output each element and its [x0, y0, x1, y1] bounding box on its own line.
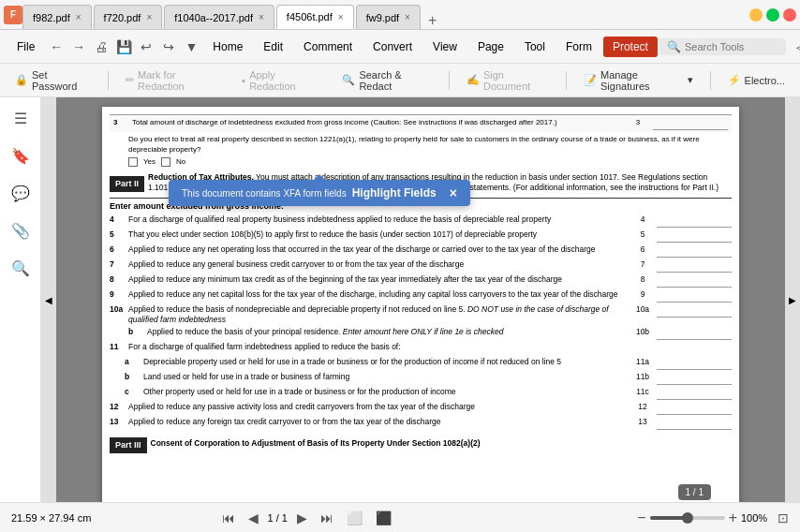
row-12-field[interactable]: [657, 402, 732, 415]
menu-edit[interactable]: Edit: [254, 37, 292, 57]
tab-label: f1040a--2017.pdf: [174, 12, 253, 23]
apply-icon: ▪: [242, 75, 245, 86]
popup-close-button[interactable]: ×: [450, 185, 457, 200]
tab-close-f4506t[interactable]: ×: [338, 12, 344, 22]
menu-form[interactable]: Form: [556, 37, 601, 57]
menu-convert[interactable]: Convert: [363, 37, 422, 57]
manage-signatures-button[interactable]: 📝 Manage Signatures ▾: [576, 66, 701, 96]
toolbar-redo[interactable]: ↪: [158, 37, 179, 57]
tab-f982[interactable]: f982.pdf ×: [22, 5, 92, 29]
row-11b-field[interactable]: [657, 372, 732, 385]
single-page-view-button[interactable]: ⊡: [778, 510, 789, 525]
row-5-label: 5: [629, 229, 657, 241]
dropdown-arrow-icon: ▾: [688, 74, 693, 86]
zoom-in-button[interactable]: +: [729, 510, 737, 526]
zoom-slider[interactable]: [650, 516, 725, 520]
tab-close-f982[interactable]: ×: [76, 12, 81, 22]
pages-icon[interactable]: ☰: [7, 105, 34, 131]
row-13-field[interactable]: [657, 417, 732, 430]
prev-page-button[interactable]: ◀: [244, 510, 262, 525]
document-scroll[interactable]: This document contains XFA form fields H…: [56, 97, 785, 502]
mark-redaction-button[interactable]: ✏ Mark for Redaction: [118, 66, 227, 96]
highlight-fields-label: Highlight Fields: [352, 186, 437, 200]
row-11a: a Depreciable property used or held for …: [110, 357, 732, 370]
row-11c-field[interactable]: [657, 387, 732, 400]
app-logo-area: F: [4, 6, 22, 24]
set-password-button[interactable]: 🔒 Set Password: [7, 66, 98, 96]
row-10a-num: 10a: [110, 304, 128, 316]
toolbar-back[interactable]: ←: [46, 37, 67, 57]
maximize-button[interactable]: [766, 8, 779, 22]
row-4-field[interactable]: [657, 214, 732, 228]
attachments-icon[interactable]: 📎: [7, 217, 34, 244]
new-tab-button[interactable]: +: [422, 12, 442, 29]
row-9-field[interactable]: [657, 289, 732, 303]
next-page-button[interactable]: ▶: [293, 510, 311, 525]
search-input[interactable]: [685, 41, 778, 52]
toolbar-undo[interactable]: ↩: [136, 37, 156, 57]
comments-icon[interactable]: 💬: [7, 180, 34, 206]
toolbar-dropdown[interactable]: ▼: [181, 37, 201, 57]
document-area: ◀ This document contains XFA form fields…: [41, 97, 800, 502]
menu-comment[interactable]: Comment: [294, 37, 362, 57]
row-10a-field[interactable]: [657, 304, 732, 318]
tab-f720[interactable]: f720.pdf ×: [94, 5, 163, 29]
yes-checkbox[interactable]: [128, 157, 138, 167]
tab-close-fw9[interactable]: ×: [405, 12, 410, 22]
page-size-label: 21.59 × 27.94 cm: [11, 512, 91, 524]
current-page: 1: [268, 512, 274, 524]
row-11b-num: b: [125, 372, 143, 383]
row-11a-field[interactable]: [657, 357, 732, 370]
row-7-label: 7: [629, 259, 657, 271]
menu-file[interactable]: File: [7, 37, 44, 57]
toolbar-print[interactable]: 🖨: [91, 37, 111, 57]
fit-width-button[interactable]: ⬜: [343, 510, 366, 525]
row-5-field[interactable]: [657, 229, 732, 243]
menu-home-label[interactable]: Home: [203, 37, 252, 57]
menu-search-area[interactable]: 🔍: [659, 38, 786, 55]
menu-tool[interactable]: Tool: [515, 37, 555, 57]
nav-back-btn[interactable]: ◁: [792, 37, 800, 57]
toolbar-save[interactable]: 💾: [113, 37, 134, 57]
tab-close-f1040a[interactable]: ×: [259, 12, 264, 22]
search-redact-button[interactable]: 🔍 Search & Redact: [334, 66, 439, 96]
close-button[interactable]: [783, 8, 796, 22]
row-6-field[interactable]: [657, 244, 732, 258]
zoom-out-button[interactable]: −: [637, 510, 645, 526]
fit-page-button[interactable]: ⬛: [372, 510, 395, 525]
apply-redaction-button[interactable]: ▪ Apply Redaction: [234, 66, 327, 96]
tab-f4506t[interactable]: f4506t.pdf ×: [276, 5, 354, 29]
zoom-slider-thumb[interactable]: [682, 512, 693, 524]
no-checkbox[interactable]: [161, 157, 170, 167]
row-10a-text: Applied to reduce the basis of nondeprec…: [128, 304, 629, 325]
bookmark-icon[interactable]: 🔖: [7, 142, 34, 169]
tabs-area: f982.pdf × f720.pdf × f1040a--2017.pdf ×…: [22, 0, 742, 29]
row-10b-field[interactable]: [657, 327, 732, 340]
row-11c-label: 11c: [629, 387, 657, 398]
search-redact-label: Search & Redact: [359, 69, 432, 92]
status-bar: 21.59 × 27.94 cm ⏮ ◀ 1 / 1 ▶ ⏭ ⬜ ⬛ − + 1…: [0, 502, 800, 532]
last-page-button[interactable]: ⏭: [317, 510, 337, 525]
toolbar-separator-1: [108, 71, 109, 90]
row-3-field[interactable]: [653, 117, 728, 130]
tab-close-f720[interactable]: ×: [146, 12, 152, 22]
menu-protect[interactable]: Protect: [603, 37, 658, 57]
sign-document-button[interactable]: ✍ Sign Document: [459, 66, 556, 96]
menu-view[interactable]: View: [423, 37, 467, 57]
search-panel-icon[interactable]: 🔍: [7, 255, 34, 281]
row-10a-label: 10a: [629, 304, 657, 316]
first-page-button[interactable]: ⏮: [218, 510, 239, 525]
menu-page[interactable]: Page: [468, 37, 513, 57]
toolbar-forward[interactable]: →: [68, 37, 89, 57]
electro-button[interactable]: ⚡ Electro...: [720, 70, 793, 90]
row-8-field[interactable]: [657, 274, 732, 288]
row-7-field[interactable]: [657, 259, 732, 273]
tab-f1040a[interactable]: f1040a--2017.pdf ×: [164, 5, 274, 29]
right-panel-toggle[interactable]: ▶: [785, 97, 800, 502]
tab-fw9[interactable]: fw9.pdf ×: [356, 5, 421, 29]
minimize-button[interactable]: [749, 8, 763, 22]
left-sidebar: ☰ 🔖 💬 📎 🔍: [0, 97, 41, 502]
sign-document-label: Sign Document: [483, 69, 549, 92]
highlight-fields-popup: This document contains XFA form fields H…: [169, 180, 470, 206]
left-panel-toggle[interactable]: ◀: [41, 97, 56, 502]
